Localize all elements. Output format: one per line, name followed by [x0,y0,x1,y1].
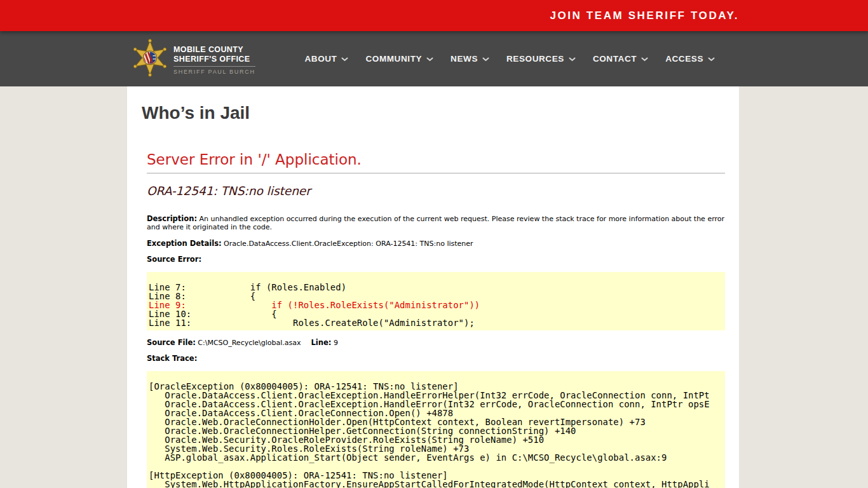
logo-divider [173,66,255,67]
stack-trace-text: [OracleException (0x80004005): ORA-12541… [147,371,725,488]
source-file-path: C:\MCSO_Recycle\global.asax [196,339,301,347]
chevron-down-icon [708,54,715,64]
source-error-code: Line 7: if (Roles.Enabled) Line 8: { Lin… [147,272,725,330]
error-subheading: ORA-12541: TNS:no listener [147,184,725,198]
source-file-label: Source File: [147,338,196,347]
nav-item-resources[interactable]: RESOURCES [506,54,576,64]
error-heading: Server Error in '/' Application. [147,151,725,168]
main-nav: ABOUT COMMUNITY NEWS RESOURCES CONTACT A… [304,31,715,86]
stack-trace-label: Stack Trace: [147,354,197,363]
chevron-down-icon [426,54,433,64]
chevron-down-icon [482,54,489,64]
source-code-before: Line 7: if (Roles.Enabled) Line 8: { [149,282,346,301]
sheriff-star-badge-icon [132,38,168,80]
server-error-section: Server Error in '/' Application. ORA-125… [147,151,725,488]
error-divider [147,173,725,173]
line-label: Line: [311,338,332,347]
logo-text-line1: MOBILE COUNTY [173,45,255,55]
nav-item-community[interactable]: COMMUNITY [365,54,433,64]
nav-label: COMMUNITY [365,54,422,64]
stack-trace-block: [OracleException (0x80004005): ORA-12541… [147,371,725,488]
nav-label: RESOURCES [506,54,564,64]
announcement-banner: JOIN TEAM SHERIFF TODAY. [0,0,868,31]
nav-label: CONTACT [593,54,637,64]
source-error-label: Source Error: [147,255,201,264]
source-error-code-block: Line 7: if (Roles.Enabled) Line 8: { Lin… [147,272,725,330]
content-column: Who’s in Jail Server Error in '/' Applic… [127,86,739,488]
source-code-after: Line 10: { Line 11: Roles.CreateRole("Ad… [149,309,475,328]
chevron-down-icon [341,54,348,64]
site-header: MOBILE COUNTY SHERIFF'S OFFICE SHERIFF P… [0,31,868,86]
exception-details: Exception Details: Oracle.DataAccess.Cli… [147,240,725,248]
exception-details-text: Oracle.DataAccess.Client.OracleException… [222,240,473,248]
nav-item-news[interactable]: NEWS [451,54,489,64]
site-logo[interactable]: MOBILE COUNTY SHERIFF'S OFFICE SHERIFF P… [132,38,255,80]
nav-label: NEWS [451,54,478,64]
description-label: Description: [147,214,197,223]
logo-text-line2: SHERIFF'S OFFICE [173,55,255,64]
exception-details-label: Exception Details: [147,239,222,248]
chevron-down-icon [569,54,576,64]
page-title: Who’s in Jail [142,102,739,123]
stack-trace-label-row: Stack Trace: [147,355,725,363]
line-number: 9 [331,339,338,347]
nav-label: ACCESS [665,54,703,64]
nav-item-about[interactable]: ABOUT [304,54,348,64]
nav-item-contact[interactable]: CONTACT [593,54,648,64]
description-text: An unhandled exception occurred during t… [147,215,724,231]
nav-label: ABOUT [304,54,337,64]
source-error-label-row: Source Error: [147,255,725,264]
join-team-link[interactable]: JOIN TEAM SHERIFF TODAY. [550,10,739,22]
nav-item-access[interactable]: ACCESS [665,54,715,64]
error-description: Description: An unhandled exception occu… [147,215,725,231]
logo-text-line3: SHERIFF PAUL BURCH [173,69,255,75]
source-file-row: Source File: C:\MCSO_Recycle\global.asax… [147,339,725,347]
chevron-down-icon [641,54,648,64]
